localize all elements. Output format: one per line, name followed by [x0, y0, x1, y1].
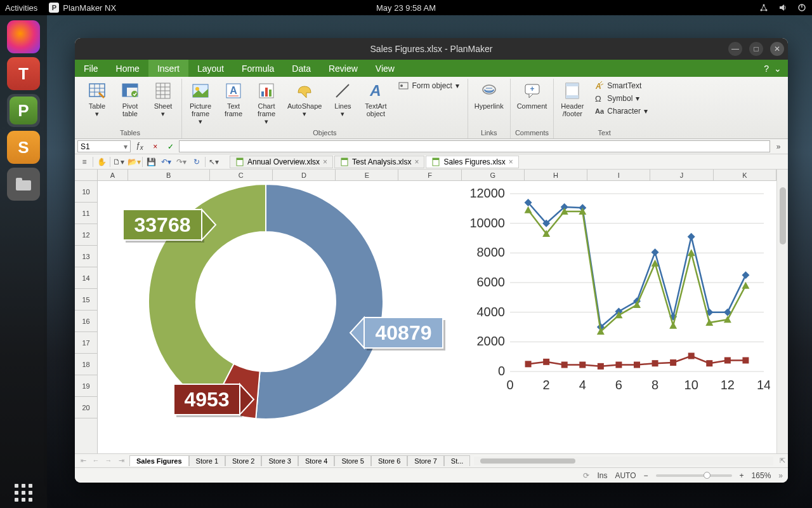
status-expand-icon[interactable]: » [778, 471, 783, 480]
ribbon-chartframe-button[interactable]: Chart frame ▾ [251, 79, 282, 128]
menu-file[interactable]: File [75, 60, 107, 77]
menu-home[interactable]: Home [107, 60, 148, 77]
sheet-tab-salesfigures[interactable]: Sales Figures [129, 455, 189, 466]
formula-expand-icon[interactable]: » [771, 140, 785, 153]
window-titlebar[interactable]: Sales Figures.xlsx - PlanMaker — □ ✕ [75, 38, 788, 60]
open-icon[interactable]: 📂▾ [127, 156, 141, 168]
zoom-in-button[interactable]: + [740, 471, 744, 480]
zoom-slider[interactable] [656, 474, 732, 477]
menu-data[interactable]: Data [283, 60, 320, 77]
row-17[interactable]: 17 [75, 332, 97, 354]
zoom-out-button[interactable]: − [644, 471, 648, 480]
menu-collapse-icon[interactable]: ⌄ [774, 64, 782, 74]
ribbon-autoshape-button[interactable]: AutoShape▾ [284, 79, 325, 120]
vertical-scrollbar[interactable] [776, 170, 788, 453]
align-icon[interactable]: ≡ [77, 156, 91, 168]
col-C[interactable]: C [210, 170, 273, 180]
ribbon-hyperlink-button[interactable]: Hyperlink [471, 79, 508, 112]
col-D[interactable]: D [273, 170, 336, 180]
ribbon-table-button[interactable]: Table▾ [81, 79, 113, 120]
dock-apps-button[interactable] [0, 484, 47, 502]
row-headers[interactable]: 10 11 12 13 14 15 16 17 18 19 20 [75, 181, 98, 453]
status-sync-icon[interactable]: ⟳ [583, 471, 589, 480]
cell-reference-box[interactable]: S1▾ [77, 140, 131, 152]
col-F[interactable]: F [398, 170, 461, 180]
ribbon-textframe-button[interactable]: AText frame [218, 79, 249, 119]
ribbon-symbol-button[interactable]: ΩSymbol ▾ [591, 93, 651, 104]
row-14[interactable]: 14 [75, 267, 97, 289]
power-icon[interactable] [797, 3, 807, 13]
formula-cancel-icon[interactable]: × [148, 140, 162, 153]
menu-help-icon[interactable]: ? [764, 64, 769, 74]
dock-presentations[interactable]: S [7, 131, 40, 164]
col-J[interactable]: J [650, 170, 713, 180]
menu-insert[interactable]: Insert [148, 60, 188, 77]
menu-view[interactable]: View [367, 60, 403, 77]
ribbon-header-button[interactable]: Header /footer [556, 79, 588, 119]
formula-accept-icon[interactable]: ✓ [164, 140, 178, 153]
filetab-annual[interactable]: Annual Overview.xlsx× [230, 156, 333, 168]
sheet-tab-store7[interactable]: Store 7 [407, 455, 443, 466]
menu-layout[interactable]: Layout [188, 60, 233, 77]
activities-button[interactable]: Activities [5, 3, 37, 13]
row-10[interactable]: 10 [75, 181, 97, 203]
close-icon[interactable]: × [323, 157, 327, 166]
new-icon[interactable]: 🗋▾ [112, 156, 126, 168]
row-12[interactable]: 12 [75, 224, 97, 246]
ribbon-formobject-button[interactable]: Form object ▾ [395, 80, 462, 91]
sheet-tab-store2[interactable]: Store 2 [225, 455, 261, 466]
col-I[interactable]: I [587, 170, 650, 180]
sheet-tab-more[interactable]: St... [444, 455, 471, 466]
clock[interactable]: May 23 9:58 AM [376, 3, 436, 13]
close-icon[interactable]: × [509, 157, 513, 166]
ribbon-textart-button[interactable]: ATextArt object [360, 79, 391, 119]
dock-planmaker[interactable]: P [7, 94, 40, 127]
close-icon[interactable]: × [414, 157, 419, 166]
row-19[interactable]: 19 [75, 375, 97, 397]
ribbon-comment-button[interactable]: +Comment [513, 79, 551, 112]
status-ins[interactable]: Ins [597, 471, 607, 480]
row-11[interactable]: 11 [75, 203, 97, 224]
menu-review[interactable]: Review [320, 60, 367, 77]
sheet-tab-store6[interactable]: Store 6 [371, 455, 407, 466]
app-menu[interactable]: P PlanMaker NX [49, 3, 116, 13]
row-13[interactable]: 13 [75, 246, 97, 267]
sheet-tab-store3[interactable]: Store 3 [261, 455, 298, 466]
window-maximize-button[interactable]: □ [749, 42, 763, 56]
ribbon-lines-button[interactable]: Lines▾ [327, 79, 358, 120]
sheet-nav[interactable]: ⇤←→⇥ [75, 457, 129, 465]
chart-canvas[interactable]: 3376840879495302000400060008000100001200… [98, 181, 776, 453]
undo-icon[interactable]: ↶▾ [159, 156, 173, 168]
col-A[interactable]: A [98, 170, 128, 180]
volume-icon[interactable] [778, 3, 788, 13]
col-H[interactable]: H [525, 170, 587, 180]
network-icon[interactable] [759, 3, 769, 13]
filetab-sales[interactable]: Sales Figures.xlsx× [426, 156, 518, 168]
dock-firefox[interactable] [7, 20, 40, 53]
row-20[interactable]: 20 [75, 397, 97, 418]
sheet-tab-store4[interactable]: Store 4 [298, 455, 334, 466]
repeat-icon[interactable]: ↻ [190, 156, 204, 168]
menu-formula[interactable]: Formula [233, 60, 283, 77]
hand-icon[interactable]: ✋ [95, 156, 108, 168]
filetab-test[interactable]: Test Analysis.xlsx× [334, 156, 424, 168]
formula-input[interactable] [179, 140, 770, 152]
window-close-button[interactable]: ✕ [770, 42, 784, 56]
zoom-level[interactable]: 165% [752, 471, 771, 480]
sheet-tab-store5[interactable]: Store 5 [334, 455, 370, 466]
dock-textmaker[interactable]: T [7, 57, 40, 90]
ribbon-pivot-button[interactable]: Pivot table [114, 79, 146, 119]
pointer-icon[interactable]: ↖▾ [207, 156, 221, 168]
ribbon-picture-button[interactable]: Picture frame ▾ [185, 79, 216, 128]
sheet-tabs-expand-icon[interactable]: ⇱ [777, 457, 788, 465]
column-headers[interactable]: A B C D E F G H I J K [98, 170, 776, 181]
save-icon[interactable]: 💾 [144, 156, 158, 168]
col-E[interactable]: E [336, 170, 398, 180]
sheet-tab-store1[interactable]: Store 1 [189, 455, 225, 466]
ribbon-smarttext-button[interactable]: ASmartText [591, 80, 651, 91]
col-K[interactable]: K [714, 170, 776, 180]
redo-icon[interactable]: ↷▾ [174, 156, 188, 168]
col-G[interactable]: G [462, 170, 525, 180]
row-18[interactable]: 18 [75, 354, 97, 375]
horizontal-scrollbar[interactable] [474, 457, 773, 465]
